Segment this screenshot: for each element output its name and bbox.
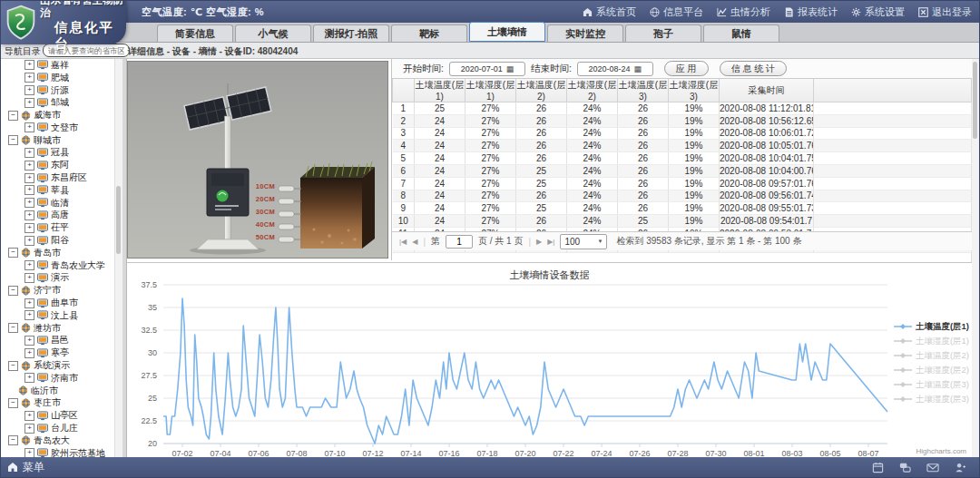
column-header[interactable]: 采集时间: [720, 79, 814, 102]
expand-icon[interactable]: +: [24, 260, 34, 270]
first-page-button[interactable]: |◀: [399, 238, 407, 246]
prev-page-button[interactable]: ◀: [412, 238, 417, 246]
collapse-icon[interactable]: −: [8, 248, 18, 258]
expand-icon[interactable]: +: [24, 148, 34, 158]
tree-item-枣庄市[interactable]: −枣庄市: [1, 397, 114, 410]
main-scrollbar-thumb[interactable]: [973, 62, 977, 139]
next-page-button[interactable]: ▶: [536, 238, 542, 246]
calendar-icon[interactable]: [872, 462, 884, 473]
tree-item-聊城市[interactable]: −聊城市: [1, 134, 114, 147]
expand-icon[interactable]: +: [24, 98, 34, 108]
legend-item-土壤湿度(层3)[interactable]: 土壤湿度(层3): [894, 394, 969, 405]
menu-item-虫情分析[interactable]: 虫情分析: [717, 5, 770, 19]
mail-icon[interactable]: [926, 462, 939, 473]
expand-icon[interactable]: +: [24, 336, 34, 346]
menu-item-报表统计[interactable]: 报表统计: [784, 5, 838, 19]
expand-icon[interactable]: +: [24, 373, 34, 383]
tab-土壤墒情[interactable]: 土壤墒情: [469, 22, 545, 42]
expand-icon[interactable]: +: [24, 223, 34, 233]
end-date-input[interactable]: 2020-08-24 ▦: [577, 62, 653, 76]
expand-icon[interactable]: +: [24, 122, 34, 132]
table-row[interactable]: 22427%2624%2619%2020-08-08 10:56:12.657: [393, 114, 972, 127]
expand-icon[interactable]: +: [24, 161, 34, 171]
tab-测报灯-拍照[interactable]: 测报灯-拍照: [313, 24, 389, 42]
collapse-icon[interactable]: −: [8, 323, 18, 333]
table-row[interactable]: 62427%2524%2619%2020-08-08 10:04:00.76: [393, 164, 972, 177]
table-row[interactable]: 52427%2624%2619%2020-08-08 10:04:01.75: [393, 152, 972, 165]
expand-icon[interactable]: +: [24, 73, 34, 83]
tree-item-济南市[interactable]: +济南市: [1, 372, 114, 385]
expand-icon[interactable]: +: [24, 185, 34, 195]
tree-item-东阿[interactable]: +东阿: [1, 159, 114, 171]
tree-item-山亭区[interactable]: +山亭区: [1, 409, 114, 422]
expand-icon[interactable]: +: [24, 85, 34, 95]
menu-item-信息平台[interactable]: 信息平台: [650, 5, 703, 19]
menu-button[interactable]: 菜单: [7, 457, 44, 477]
table-row[interactable]: 12527%2624%2619%2020-08-08 11:12:01.813: [393, 102, 972, 115]
column-header[interactable]: 土壤温度(层2): [516, 79, 567, 102]
expand-icon[interactable]: +: [24, 236, 34, 246]
expand-icon[interactable]: +: [24, 60, 34, 70]
calendar-icon[interactable]: ▦: [634, 64, 642, 73]
legend-item-土壤温度(层3)[interactable]: 土壤温度(层3): [894, 379, 969, 391]
menu-item-系统首页[interactable]: 系统首页: [583, 5, 636, 19]
legend-item-土壤温度(层1)[interactable]: 土壤温度(层1): [894, 321, 969, 333]
menu-item-系统设置[interactable]: 系统设置: [851, 5, 905, 19]
collapse-icon[interactable]: −: [8, 286, 18, 296]
table-row[interactable]: 92427%2524%2619%2020-08-08 09:55:01.73: [393, 202, 972, 215]
expand-icon[interactable]: +: [24, 210, 34, 220]
expand-icon[interactable]: +: [24, 273, 34, 283]
tree-item-台儿庄[interactable]: +台儿庄: [1, 422, 114, 434]
sidebar-scrollbar-thumb[interactable]: [116, 186, 121, 254]
tab-孢子[interactable]: 孢子: [625, 24, 701, 42]
tab-靶标[interactable]: 靶标: [391, 24, 467, 42]
expand-icon[interactable]: +: [24, 424, 34, 434]
collapse-icon[interactable]: −: [8, 111, 18, 121]
user-icon[interactable]: [955, 462, 966, 473]
column-header[interactable]: 土壤湿度(层2): [567, 79, 618, 102]
expand-icon[interactable]: +: [24, 198, 34, 208]
tab-鼠情[interactable]: 鼠情: [703, 24, 779, 42]
expand-icon[interactable]: +: [24, 173, 34, 183]
table-row[interactable]: 72427%2524%2619%2020-08-08 09:57:01.76: [393, 177, 972, 190]
expand-icon[interactable]: +: [24, 448, 34, 457]
tab-简要信息[interactable]: 简要信息: [157, 24, 233, 42]
column-header[interactable]: 土壤温度(层1): [415, 79, 466, 102]
tree-item-邹城[interactable]: +邹城: [1, 96, 114, 109]
table-row[interactable]: 82427%2624%2619%2020-08-08 09:56:01.747: [393, 190, 972, 202]
tab-实时监控[interactable]: 实时监控: [547, 24, 623, 42]
expand-icon[interactable]: +: [24, 411, 34, 421]
tree-item-演示[interactable]: +演示: [1, 272, 114, 285]
tree-item-寒亭[interactable]: +寒亭: [1, 346, 114, 359]
tree-item-昌邑[interactable]: +昌邑: [1, 335, 114, 347]
tree-item-沂源[interactable]: +沂源: [1, 84, 114, 97]
table-row[interactable]: 42427%2624%2619%2020-08-08 10:05:01.763: [393, 140, 972, 152]
table-row[interactable]: 32427%2624%2619%2020-08-08 10:06:01.72: [393, 127, 972, 140]
tree-item-青岛农大[interactable]: −青岛农大: [1, 434, 114, 447]
chart-credit[interactable]: Highcharts.com: [916, 447, 966, 455]
table-row[interactable]: 102427%2624%2519%2020-08-08 09:54:01.7: [393, 215, 972, 228]
collapse-icon[interactable]: −: [8, 398, 18, 408]
legend-item-土壤温度(层2)[interactable]: 土壤温度(层2): [894, 350, 969, 362]
tree-item-临沂市[interactable]: 临沂市: [1, 385, 114, 397]
tree-item-胶州示范基地[interactable]: +胶州示范基地: [1, 447, 114, 457]
info-stats-button[interactable]: 信 息 统 计: [720, 61, 787, 76]
tree-item-阳谷[interactable]: +阳谷: [1, 234, 114, 247]
tree-item-青岛市[interactable]: −青岛市: [1, 247, 114, 259]
page-size-select[interactable]: 100 ▼: [560, 234, 607, 249]
apply-button[interactable]: 应 用: [664, 61, 709, 76]
column-header[interactable]: 土壤湿度(层3): [669, 79, 720, 102]
collapse-icon[interactable]: −: [8, 135, 18, 145]
tree-item-肥城[interactable]: +肥城: [1, 72, 114, 84]
tree-item-高唐[interactable]: +高唐: [1, 210, 114, 222]
last-page-button[interactable]: ▶|: [547, 238, 554, 246]
expand-icon[interactable]: +: [24, 298, 34, 308]
legend-item-土壤湿度(层2)[interactable]: 土壤湿度(层2): [894, 365, 969, 376]
menu-item-退出登录[interactable]: 退出登录: [918, 5, 972, 19]
page-number-input[interactable]: [446, 235, 473, 249]
tree-item-曲阜市[interactable]: +曲阜市: [1, 297, 114, 309]
tree-item-威海市[interactable]: −威海市: [1, 109, 114, 122]
expand-icon[interactable]: +: [24, 310, 34, 320]
tree-item-青岛农业大学[interactable]: +青岛农业大学: [1, 259, 114, 272]
tree-item-莘县[interactable]: +莘县: [1, 184, 114, 197]
